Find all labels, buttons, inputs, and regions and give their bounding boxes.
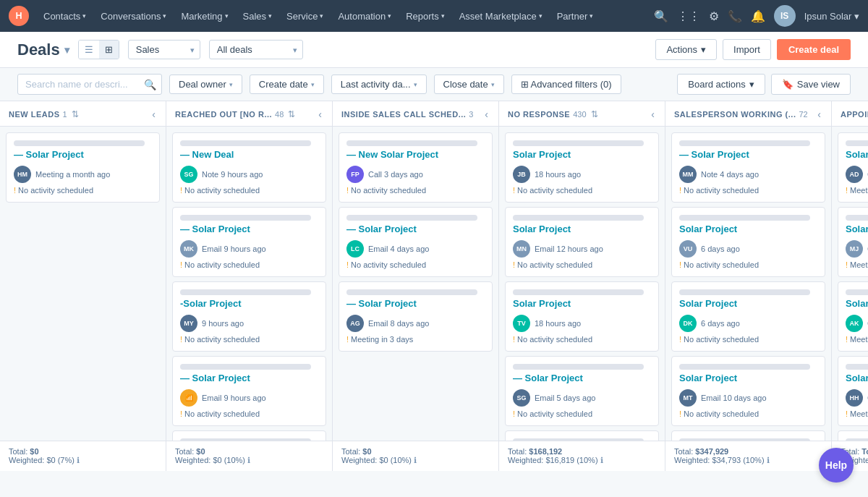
import-button[interactable]: Import <box>723 39 771 60</box>
deal-activity-c11: !No activity scheduled <box>513 260 651 269</box>
col-collapse-reached-out[interactable]: ‹ <box>317 109 323 120</box>
col-weighted-inside-sales: Weighted: $0 (10%) ℹ <box>341 456 490 465</box>
deal-card-c1[interactable]: — Solar ProjectHMMeeting a month ago!No … <box>6 132 160 203</box>
col-info-icon-no-response[interactable]: ℹ <box>600 456 603 464</box>
deal-card-c23[interactable]: Solar ProjectHHCall 15 hours ago!Meeting… <box>838 356 868 426</box>
deal-avatar-row-c3: MKEmail 9 hours ago <box>180 240 318 258</box>
search-submit-icon[interactable]: 🔍 <box>144 79 156 90</box>
deal-card-c3[interactable]: — Solar ProjectMKEmail 9 hours ago!No ac… <box>172 207 326 277</box>
pipeline-select[interactable]: Sales <box>128 40 200 59</box>
last-activity-filter[interactable]: Last activity da... ▾ <box>331 75 427 94</box>
deal-activity-c5: !No activity scheduled <box>180 409 318 418</box>
deal-activity-c1: !No activity scheduled <box>14 186 152 195</box>
deal-card-c10[interactable]: Solar ProjectJB18 hours ago!No activity … <box>505 132 659 203</box>
deal-activity-c12: !No activity scheduled <box>513 335 651 344</box>
svg-text:H: H <box>15 11 22 21</box>
settings-icon[interactable]: ⚙ <box>709 9 719 23</box>
col-sort-icon-new-leads[interactable]: ⇅ <box>72 109 79 119</box>
col-collapse-no-response[interactable]: ‹ <box>650 109 656 120</box>
deal-activity-c20: !Meeting in 3 da... <box>846 186 868 195</box>
col-info-icon-inside-sales[interactable]: ℹ <box>414 456 417 464</box>
phone-icon[interactable]: 📞 <box>728 9 742 23</box>
create-date-filter[interactable]: Create date ▾ <box>250 75 324 94</box>
col-header-appointment: APPOINTMENT B... ‹ <box>832 101 868 127</box>
deal-card-c13[interactable]: — Solar ProjectSGEmail 5 days ago!No act… <box>505 356 659 426</box>
deal-card-c19[interactable]: — Solar Project <box>671 430 825 441</box>
deal-title-c4: -Solar Project <box>180 298 318 310</box>
nav-reports[interactable]: Reports ▾ <box>400 8 451 25</box>
deal-meta-c13: Email 5 days ago <box>535 394 595 402</box>
hubspot-logo[interactable]: H <box>9 6 29 26</box>
col-sort-icon-no-response[interactable]: ⇅ <box>591 109 598 119</box>
view-select[interactable]: All deals <box>209 40 303 59</box>
col-info-icon-salesperson-working[interactable]: ℹ <box>767 456 770 464</box>
deal-card-c14[interactable]: — New Deal <box>505 430 659 441</box>
board-view-button[interactable]: ⊞ <box>99 41 119 59</box>
avatar[interactable]: IS <box>774 5 796 27</box>
col-sort-icon-reached-out[interactable]: ⇅ <box>288 109 295 119</box>
deal-card-c16[interactable]: Solar ProjectVU6 days ago!No activity sc… <box>671 207 825 277</box>
nav-contacts[interactable]: Contacts ▾ <box>38 8 92 25</box>
nav-asset-marketplace[interactable]: Asset Marketplace ▾ <box>454 8 548 25</box>
deal-card-c2[interactable]: — New DealSGNote 9 hours ago!No activity… <box>172 132 326 203</box>
deal-card-c24[interactable]: SD <box>838 430 868 441</box>
deal-card-c17[interactable]: Solar ProjectDK6 days ago!No activity sc… <box>671 281 825 352</box>
col-footer-inside-sales: Total: $0 Weighted: $0 (10%) ℹ <box>333 441 498 471</box>
deal-card-c6[interactable]: — Solar Project <box>172 430 326 441</box>
toolbar: 🔍 Deal owner ▾ Create date ▾ Last activi… <box>0 68 868 101</box>
advanced-filters-button[interactable]: ⊞ Advanced filters (0) <box>511 75 621 94</box>
deal-card-c11[interactable]: Solar ProjectMNEmail 12 hours ago!No act… <box>505 207 659 277</box>
col-count-reached-out: 48 <box>275 110 284 119</box>
deal-avatar-c11: MN <box>513 240 530 258</box>
search-input[interactable] <box>17 74 162 95</box>
deal-card-c9[interactable]: — Solar ProjectAGEmail 8 days ago!Meetin… <box>339 281 493 352</box>
col-info-icon-new-leads[interactable]: ℹ <box>77 456 80 464</box>
board-actions-button[interactable]: Board actions ▾ <box>677 74 765 95</box>
deal-avatar-c7: FP <box>346 166 364 183</box>
nav-automation[interactable]: Automation ▾ <box>332 8 397 25</box>
deal-activity-c17: !No activity scheduled <box>679 335 817 344</box>
column-salesperson-working: SALESPERSON WORKING (... 72 ‹ — Solar Pr… <box>665 101 832 471</box>
notification-icon[interactable]: 🔔 <box>751 9 765 23</box>
col-collapse-new-leads[interactable]: ‹ <box>150 109 157 120</box>
deal-owner-filter[interactable]: Deal owner ▾ <box>169 75 242 94</box>
create-deal-button[interactable]: Create deal <box>777 39 851 60</box>
deal-activity-c15: !No activity scheduled <box>679 186 817 195</box>
deal-card-c21[interactable]: Solar ProjectMJCall 11 hours ago!Meeting… <box>838 207 868 277</box>
save-view-button[interactable]: 🔖 Save view <box>771 74 851 95</box>
deal-card-c15[interactable]: — Solar ProjectMMNote 4 days ago!No acti… <box>671 132 825 203</box>
col-header-reached-out: REACHED OUT [NO R... 48 ⇅ ‹ <box>166 101 332 127</box>
deal-card-c8[interactable]: — Solar ProjectLCEmail 4 days ago!No act… <box>339 207 493 277</box>
deal-meta-c12: 18 hours ago <box>535 319 581 328</box>
nav-marketing[interactable]: Marketing ▾ <box>175 8 234 25</box>
list-view-button[interactable]: ☰ <box>79 41 99 59</box>
deal-card-c20[interactable]: SolarADCall 10 hours ago!Meeting in 3 da… <box>838 132 868 203</box>
deal-card-c18[interactable]: Solar ProjectMTEmail 10 days ago!No acti… <box>671 356 825 426</box>
search-icon[interactable]: 🔍 <box>654 9 668 23</box>
deal-meta-c7: Call 3 days ago <box>368 170 423 179</box>
nav-service[interactable]: Service ▾ <box>281 8 329 25</box>
deal-title-c23: Solar Project <box>846 373 868 385</box>
deal-card-c12[interactable]: Solar ProjectTV18 hours ago!No activity … <box>505 281 659 352</box>
col-info-icon-reached-out[interactable]: ℹ <box>247 456 250 464</box>
apps-icon[interactable]: ⋮⋮ <box>677 9 700 23</box>
deal-activity-c8: !No activity scheduled <box>346 260 485 269</box>
nav-conversations[interactable]: Conversations ▾ <box>95 8 172 25</box>
deal-card-c7[interactable]: — New Solar ProjectFPCall 3 days ago!No … <box>339 132 493 203</box>
nav-sales[interactable]: Sales ▾ <box>237 8 278 25</box>
page-title[interactable]: Deals ▾ <box>17 41 69 59</box>
deal-avatar-row-c20: ADCall 10 hours ago <box>846 166 868 183</box>
column-appointment: APPOINTMENT B... ‹ SolarADCall 10 hours … <box>832 101 868 471</box>
deal-avatar-c4: MY <box>180 315 197 332</box>
deal-card-c4[interactable]: -Solar ProjectMY9 hours ago!No activity … <box>172 281 326 352</box>
deal-avatar-row-c5: 📶Email 9 hours ago <box>180 389 318 407</box>
close-date-filter[interactable]: Close date ▾ <box>434 75 504 94</box>
col-collapse-salesperson-working[interactable]: ‹ <box>816 109 822 120</box>
nav-partner[interactable]: Partner ▾ <box>551 8 600 25</box>
deal-card-c22[interactable]: Solar ProjectAKCall 11 hours ago!Meeting… <box>838 281 868 352</box>
col-collapse-inside-sales[interactable]: ‹ <box>483 109 490 120</box>
col-count-inside-sales: 3 <box>469 110 473 119</box>
user-name[interactable]: Ipsun Solar ▾ <box>804 11 859 22</box>
actions-button[interactable]: Actions ▾ <box>655 39 717 60</box>
deal-card-c5[interactable]: — Solar Project📶Email 9 hours ago!No act… <box>172 356 326 426</box>
